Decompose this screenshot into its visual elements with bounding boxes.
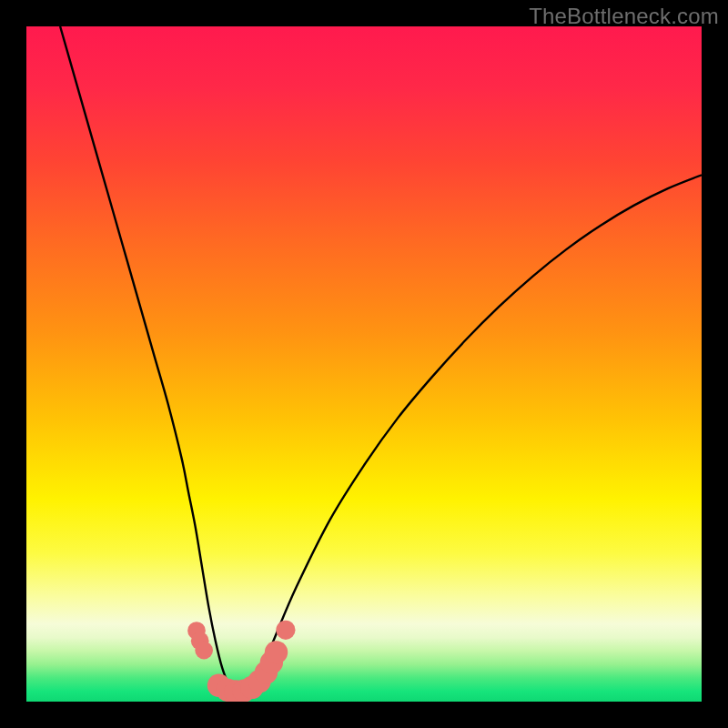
outer-frame: TheBottleneck.com [0, 0, 728, 728]
chart-svg [26, 26, 702, 702]
watermark-text: TheBottleneck.com [529, 4, 719, 29]
plot-area [26, 26, 702, 702]
data-point [195, 642, 213, 660]
gradient-background [26, 26, 702, 702]
data-point [276, 621, 295, 640]
data-point [265, 641, 288, 663]
